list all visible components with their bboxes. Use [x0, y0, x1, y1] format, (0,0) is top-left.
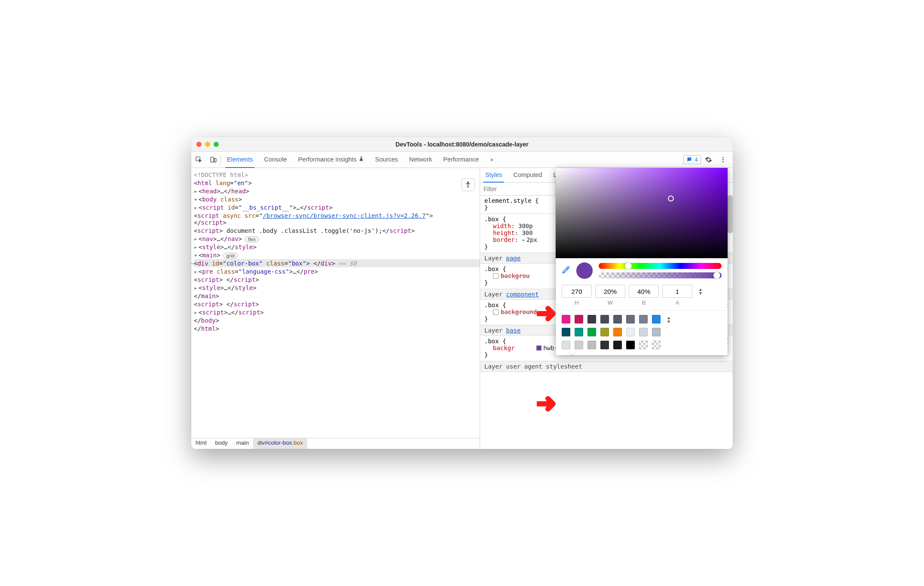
window-title: DevTools - localhost:8080/demo/cascade-l… [191, 141, 733, 148]
hue-slider[interactable] [599, 263, 722, 269]
palette-swatch[interactable] [575, 341, 583, 349]
script-toggle[interactable]: <script> document .body .classList .togg… [194, 226, 434, 235]
hwb-labels: H W B A [556, 299, 728, 310]
main-close[interactable]: </main> [194, 292, 480, 300]
script-node-2[interactable]: <script> </script> [194, 275, 480, 284]
palette-swatch[interactable] [626, 328, 635, 336]
minimize-window-button[interactable] [205, 142, 210, 147]
palette-swatch[interactable] [575, 315, 583, 324]
dom-tree[interactable]: <!DOCTYPE html> <html lang="en"> ▸<head>… [191, 168, 480, 438]
crumb-selected[interactable]: div#color-box.box [253, 438, 307, 449]
scrollbar-thumb[interactable] [728, 195, 733, 233]
flask-icon [358, 156, 364, 163]
issues-badge[interactable]: 4 [683, 155, 701, 164]
palette-swatch[interactable] [639, 315, 648, 324]
crumb-main[interactable]: main [232, 438, 253, 449]
palette-swatch[interactable] [626, 315, 635, 324]
body-close[interactable]: </body> [194, 316, 480, 324]
tab-network[interactable]: Network [407, 152, 434, 168]
issues-count: 4 [695, 156, 698, 163]
palette-swatch[interactable] [652, 341, 661, 349]
palette-swatch[interactable] [562, 328, 570, 336]
crumb-html[interactable]: html [191, 438, 211, 449]
svg-rect-1 [211, 157, 214, 162]
accessibility-tree-icon[interactable] [462, 178, 474, 191]
layout-badge-flex[interactable]: flex [245, 236, 259, 242]
tab-sources[interactable]: Sources [373, 152, 400, 168]
pre-node[interactable]: ▸<pre class="language-css">…</pre> [194, 267, 480, 275]
palette-swatch[interactable] [652, 328, 661, 336]
tab-elements[interactable]: Elements [225, 152, 254, 168]
inspect-element-icon[interactable] [191, 152, 206, 168]
palette-swatch[interactable] [600, 341, 609, 349]
nav-node[interactable]: ▸<nav>…</nav>flex [194, 235, 480, 243]
hwb-b-input[interactable] [629, 285, 659, 298]
crumb-body[interactable]: body [211, 438, 232, 449]
palette-swatch[interactable] [587, 315, 596, 324]
hwb-w-input[interactable] [595, 285, 625, 298]
palette-swatch[interactable] [600, 328, 609, 336]
color-swatch[interactable] [536, 345, 542, 351]
svg-rect-2 [214, 159, 216, 162]
palette-switch-icon[interactable]: ▲▼ [667, 316, 671, 324]
style-node-2[interactable]: ▸<style>…</style> [194, 284, 480, 292]
annotation-arrow-2 [537, 395, 561, 415]
subtab-styles[interactable]: Styles [483, 168, 504, 183]
head-node[interactable]: ▸<head>…</head> [194, 187, 480, 195]
html-open[interactable]: <html lang="en"> [194, 179, 480, 187]
script-bs[interactable]: ▸<script id="__bs_script__">…</script> [194, 203, 480, 211]
body-open[interactable]: ▾<body class> [194, 195, 480, 203]
selected-div-node[interactable]: <div id="color-box" class="box"> </div>=… [194, 259, 480, 267]
sv-handle[interactable] [668, 195, 674, 201]
close-window-button[interactable] [196, 142, 202, 147]
settings-icon[interactable] [701, 152, 716, 168]
titlebar: DevTools - localhost:8080/demo/cascade-l… [191, 137, 733, 152]
palette-swatch[interactable] [575, 328, 583, 336]
device-toolbar-icon[interactable] [206, 152, 220, 168]
subtab-computed[interactable]: Computed [512, 168, 544, 183]
more-icon[interactable] [716, 152, 730, 168]
palette-swatch[interactable] [600, 315, 609, 324]
hue-handle[interactable] [625, 262, 632, 269]
tab-performance[interactable]: Performance [441, 152, 480, 168]
style-node-1[interactable]: ▸<style>…</style> [194, 243, 480, 251]
palette-swatch[interactable] [639, 328, 648, 336]
palette-swatch[interactable] [652, 315, 661, 324]
script-node-3[interactable]: <script> </script> [194, 300, 480, 308]
palette-swatch[interactable] [562, 341, 570, 349]
alpha-slider[interactable] [599, 272, 722, 278]
palette-swatch[interactable] [587, 328, 596, 336]
tab-perf-insights-label: Performance insights [298, 156, 357, 163]
hwb-inputs: ▲▼ [556, 281, 728, 299]
palette-swatch[interactable] [587, 341, 596, 349]
toggle-checkbox[interactable] [493, 309, 499, 315]
eyedropper-icon[interactable] [562, 266, 570, 276]
html-close[interactable]: </html> [194, 324, 480, 333]
hwb-h-input[interactable] [562, 285, 592, 298]
element-style-selector[interactable]: element.style [484, 197, 532, 204]
breadcrumb: html body main div#color-box.box [191, 438, 480, 449]
script-browsersync[interactable]: <script async src="/browser-sync/browser… [194, 211, 434, 226]
tab-perf-insights[interactable]: Performance insights [297, 152, 366, 168]
palette-swatch[interactable] [613, 328, 622, 336]
tab-console[interactable]: Console [262, 152, 288, 168]
layout-badge-grid[interactable]: grid [223, 253, 238, 259]
color-picker-popover[interactable]: ▲▼ H W B A ▲▼ [556, 168, 728, 355]
doctype-node[interactable]: <!DOCTYPE html> [194, 171, 480, 179]
main-open[interactable]: ▾<main>grid [194, 251, 480, 259]
format-switch-icon[interactable]: ▲▼ [698, 287, 703, 295]
saturation-value-area[interactable] [556, 168, 728, 258]
alpha-handle[interactable] [713, 272, 720, 279]
script-node-4[interactable]: ▸<script>…</script> [194, 308, 480, 316]
toggle-checkbox[interactable] [493, 273, 499, 279]
elements-panel: <!DOCTYPE html> <html lang="en"> ▸<head>… [191, 168, 480, 449]
palette-swatch[interactable] [626, 341, 635, 349]
hwb-a-input[interactable] [662, 285, 692, 298]
palette-swatch[interactable] [613, 315, 622, 324]
palette-grid [562, 315, 661, 349]
tabs-overflow-icon[interactable]: » [488, 152, 495, 168]
zoom-window-button[interactable] [214, 142, 219, 147]
palette-swatch[interactable] [562, 315, 570, 324]
palette-swatch[interactable] [639, 341, 648, 349]
palette-swatch[interactable] [613, 341, 622, 349]
